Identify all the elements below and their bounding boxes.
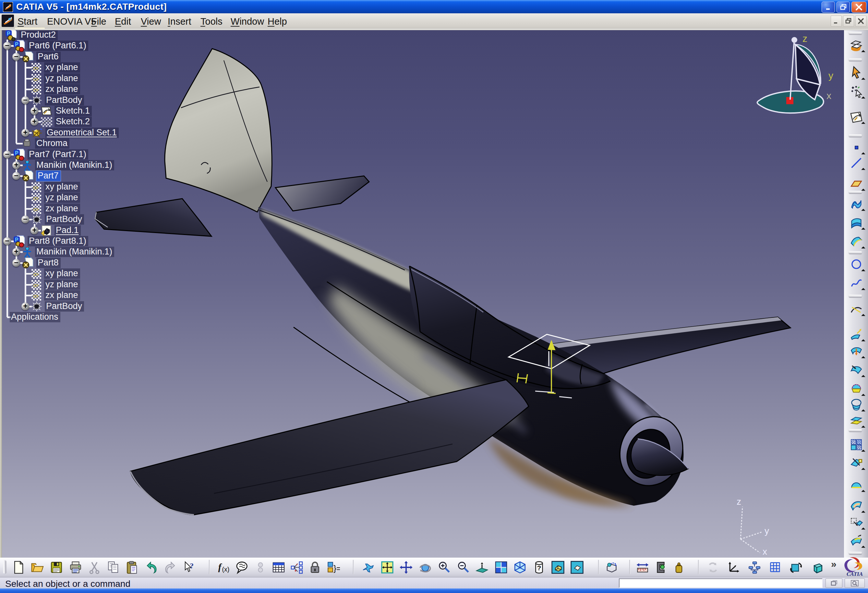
tool-dome-surface-icon[interactable] xyxy=(849,477,864,493)
tree-expander-expand[interactable]: + xyxy=(31,118,38,126)
tree-node-part6-part6-1-[interactable]: P Part6 (Part6.1) xyxy=(13,40,88,51)
tool-undo-icon[interactable] xyxy=(144,560,159,575)
tree-node-label[interactable]: yz plane xyxy=(44,279,80,290)
tool-spline-curve-icon[interactable] xyxy=(849,275,864,291)
tool-rotate-icon[interactable] xyxy=(418,560,433,575)
tool-product-structure-icon[interactable] xyxy=(747,560,762,575)
tool-hatch-analysis-icon[interactable] xyxy=(849,437,864,453)
tree-node-applications[interactable]: Applications xyxy=(10,312,61,322)
tree-node-label[interactable]: Sketch.2 xyxy=(55,117,92,127)
tree-node-label[interactable]: Part8 xyxy=(36,258,61,268)
compass-3d[interactable]: z y x xyxy=(751,30,844,118)
tool-surface-workbench-icon[interactable] xyxy=(849,37,864,53)
tree-node-part8[interactable]: Part8 xyxy=(21,257,61,268)
tree-node-partbody[interactable]: PartBody xyxy=(31,301,84,312)
tree-node-label[interactable]: PartBody xyxy=(45,95,84,105)
tool-swap-visible-space-icon[interactable] xyxy=(788,560,803,575)
tree-node-label[interactable]: PartBody xyxy=(45,301,84,312)
menu-help[interactable]: Help xyxy=(267,16,287,27)
toolbar-drag-handle[interactable] xyxy=(849,251,862,253)
tool-transfer-plane-icon[interactable] xyxy=(849,515,864,530)
tree-node-label[interactable]: Manikin (Manikin.1) xyxy=(35,160,114,170)
tree-expander-collapse[interactable]: − xyxy=(21,96,29,104)
tree-node-sketch-1[interactable]: Sketch.1 xyxy=(40,105,92,117)
tool-spline-surface-icon[interactable] xyxy=(849,196,864,211)
toolbar-drag-handle[interactable] xyxy=(849,58,862,61)
tree-node-manikin-manikin-1-[interactable]: Manikin (Manikin.1) xyxy=(21,246,114,257)
tool-normal-view-icon[interactable] xyxy=(475,560,490,575)
tool-work-grid-icon[interactable] xyxy=(768,560,783,575)
tool-relations-nodes-icon[interactable] xyxy=(289,560,304,575)
tree-node-xy-plane[interactable]: xy plane xyxy=(31,182,80,192)
title-bar[interactable]: CATIA V5 - [m14mk2.CATProduct] xyxy=(0,0,868,13)
tree-expander-expand[interactable]: + xyxy=(21,303,29,310)
tool-line-icon[interactable] xyxy=(849,155,864,171)
tool-redo-icon[interactable] xyxy=(163,560,178,575)
menu-window[interactable]: Window xyxy=(230,16,264,27)
tool-fly-mode-plane-icon[interactable] xyxy=(361,560,376,575)
menu-insert[interactable]: Insert xyxy=(168,16,191,27)
menu-edit[interactable]: Edit xyxy=(115,16,131,27)
close-button[interactable] xyxy=(852,1,867,13)
tool-measure-between-icon[interactable] xyxy=(635,560,650,575)
tool-circle-icon[interactable] xyxy=(849,256,864,272)
tool-shape-morph-icon[interactable] xyxy=(849,533,864,549)
tool-multi-view-icon[interactable] xyxy=(494,560,509,575)
tree-node-label[interactable]: Part6 xyxy=(36,52,61,62)
tree-node-label[interactable]: zx plane xyxy=(44,204,80,214)
tree-expander-collapse[interactable]: − xyxy=(12,259,20,267)
restore-button[interactable] xyxy=(837,1,850,13)
tree-node-label[interactable]: PartBody xyxy=(45,214,84,225)
tree-node-partbody[interactable]: PartBody xyxy=(31,95,84,106)
tree-node-label[interactable]: Pad.1 xyxy=(55,225,81,236)
menu-file[interactable]: File xyxy=(91,16,106,27)
tree-node-product2[interactable]: P Product2 xyxy=(4,30,58,41)
tree-node-zx-plane[interactable]: zx plane xyxy=(31,290,80,301)
tree-node-label[interactable]: xy plane xyxy=(44,62,80,73)
tool-hide-show-icon[interactable] xyxy=(604,560,619,575)
tool-check-rules-icon[interactable]: }= xyxy=(326,560,341,575)
tool-formula-fx-icon[interactable]: f(x) xyxy=(217,560,232,575)
tree-node-geometrical-set-1[interactable]: Geometrical Set.1 xyxy=(31,127,119,138)
tree-node-label[interactable]: xy plane xyxy=(44,268,80,279)
tree-node-label[interactable]: Manikin (Manikin.1) xyxy=(35,247,114,257)
tool-blend-surface-icon[interactable] xyxy=(849,396,864,412)
tool-update-disabled-icon[interactable] xyxy=(706,560,720,575)
tree-expander-expand[interactable]: + xyxy=(31,107,38,115)
tree-expander-collapse[interactable]: − xyxy=(12,172,20,180)
tree-node-yz-plane[interactable]: yz plane xyxy=(31,279,80,290)
menu-start[interactable]: Start xyxy=(18,16,37,27)
tree-node-label[interactable]: Part6 (Part6.1) xyxy=(28,41,88,51)
toolbar-drag-handle[interactable] xyxy=(849,135,862,137)
tree-expander-expand[interactable]: + xyxy=(12,161,20,169)
tree-expander-collapse[interactable]: − xyxy=(3,237,11,245)
tree-node-label[interactable]: Product2 xyxy=(19,30,58,40)
toolbar-drag-handle[interactable] xyxy=(849,32,862,34)
tree-expander-collapse[interactable]: − xyxy=(21,216,29,223)
tool-select-arrow-icon[interactable] xyxy=(849,65,864,80)
tree-expander-expand[interactable]: + xyxy=(21,129,29,137)
tree-node-manikin-manikin-1-[interactable]: Manikin (Manikin.1) xyxy=(21,160,114,171)
tree-node-part7-part7-1-[interactable]: P Part7 (Part7.1) xyxy=(13,149,88,160)
tool-sweep-arrow-surface-icon[interactable] xyxy=(849,343,864,359)
left-wing[interactable] xyxy=(130,380,529,515)
tool-fit-all-in-icon[interactable] xyxy=(380,560,395,575)
toolbar-drag-handle[interactable] xyxy=(849,552,862,554)
tree-expander-expand[interactable]: + xyxy=(31,226,38,234)
tool-multi-select-points-icon[interactable] xyxy=(849,84,864,99)
tree-node-zx-plane[interactable]: zx plane xyxy=(31,84,80,95)
tree-node-label[interactable]: zx plane xyxy=(44,84,80,95)
tool-sweep-surface-icon[interactable] xyxy=(849,234,864,249)
tool-split-trim-icon[interactable] xyxy=(849,455,864,471)
tree-node-label[interactable]: Part8 (Part8.1) xyxy=(28,236,88,246)
tool-extrapolate-surface-icon[interactable] xyxy=(849,327,864,342)
tool-lock-icon[interactable] xyxy=(307,560,322,575)
tool-whats-this-help-icon[interactable]: ? xyxy=(182,560,197,575)
tool-connect-curve-icon[interactable] xyxy=(849,301,864,317)
tree-node-part7[interactable]: Part7 xyxy=(21,170,61,182)
power-input-field[interactable] xyxy=(619,578,822,588)
tree-node-label[interactable]: Geometrical Set.1 xyxy=(46,127,119,138)
tree-node-chroma[interactable]: Chroma xyxy=(21,138,69,149)
menu-tools[interactable]: Tools xyxy=(201,16,223,27)
tool-shading-icon[interactable] xyxy=(570,560,585,575)
